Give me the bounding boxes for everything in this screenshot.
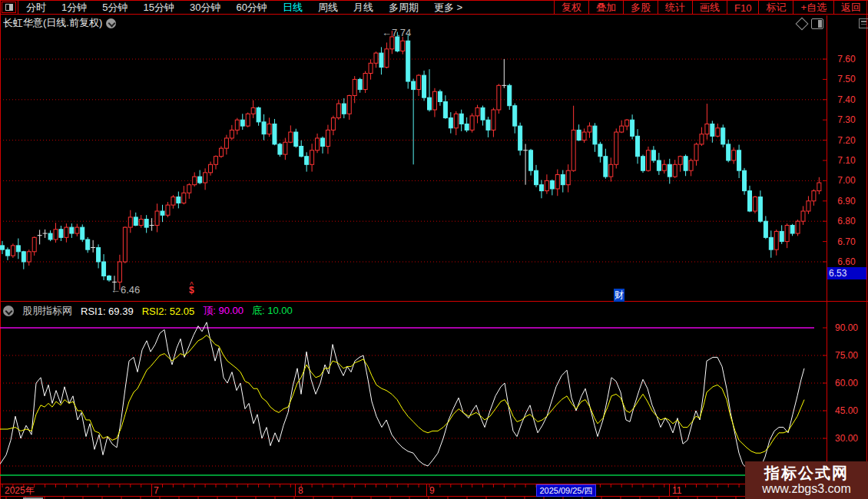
- rsi1-value: RSI1: 69.39: [81, 306, 134, 317]
- svg-text:45.00: 45.00: [835, 405, 858, 416]
- svg-text:6.90: 6.90: [837, 196, 856, 207]
- svg-text:7.00: 7.00: [837, 175, 856, 186]
- svg-text:7.40: 7.40: [837, 94, 856, 105]
- watermark-url: www.zbgs3.com: [762, 481, 851, 496]
- chart-titlebar: 长虹华意(日线.前复权): [3, 16, 116, 30]
- window-icon[interactable]: [859, 18, 868, 28]
- top-threshold: 顶: 90.00: [203, 304, 244, 318]
- rsi2-value: RSI2: 52.05: [142, 306, 195, 317]
- svg-text:7.60: 7.60: [837, 54, 856, 64]
- price-crosshair-badge: 6.53: [827, 267, 866, 279]
- candlestick-rsi-chart[interactable]: 7.607.507.407.307.207.107.006.906.806.70…: [0, 0, 868, 499]
- date-crosshair-badge: 2025/09/25/四: [536, 484, 596, 497]
- indicator-source: 股朋指标网: [22, 304, 72, 318]
- svg-text:8: 8: [298, 485, 303, 496]
- diamond-icon[interactable]: [796, 18, 809, 31]
- collapse-chevron-icon[interactable]: [3, 306, 14, 316]
- overlay-tag: 财: [614, 289, 624, 302]
- layout-icon[interactable]: [811, 18, 823, 29]
- svg-text:7: 7: [154, 485, 159, 496]
- svg-text:6.80: 6.80: [837, 216, 856, 226]
- bottom-threshold: 底: 10.00: [252, 304, 293, 318]
- svg-text:7.30: 7.30: [837, 114, 856, 125]
- svg-text:2025年: 2025年: [5, 485, 35, 496]
- app-window: 7.607.507.407.307.207.107.006.906.806.70…: [0, 0, 868, 499]
- buy-signal-marker: ^ $: [189, 283, 194, 293]
- svg-text:90.00: 90.00: [835, 322, 858, 333]
- rsi-line-RSI1: [0, 322, 804, 471]
- low-annotation: ←6.46: [111, 284, 140, 296]
- chevron-down-icon[interactable]: [106, 18, 116, 28]
- rsi-line-RSI2: [0, 335, 804, 454]
- high-annotation: ←7.74: [382, 27, 411, 38]
- candles-layer: [1, 31, 821, 290]
- svg-text:75.00: 75.00: [835, 350, 858, 361]
- svg-text:60.00: 60.00: [835, 378, 858, 388]
- svg-text:7.50: 7.50: [837, 74, 856, 84]
- svg-text:30.00: 30.00: [835, 433, 858, 444]
- page-title: 长虹华意(日线.前复权): [3, 16, 102, 30]
- svg-text:11: 11: [672, 485, 682, 496]
- svg-text:7.20: 7.20: [837, 135, 856, 146]
- svg-text:6.70: 6.70: [837, 236, 856, 247]
- watermark-title: 指标公式网: [764, 464, 849, 481]
- titlebar-icons: [797, 18, 823, 29]
- svg-text:9: 9: [429, 485, 435, 496]
- indicator-header: 股朋指标网 RSI1: 69.39 RSI2: 52.05 顶: 90.00 底…: [3, 304, 293, 318]
- watermark: 指标公式网 www.zbgs3.com: [745, 461, 868, 499]
- svg-text:7.10: 7.10: [837, 155, 856, 166]
- svg-text:6.60: 6.60: [837, 256, 856, 267]
